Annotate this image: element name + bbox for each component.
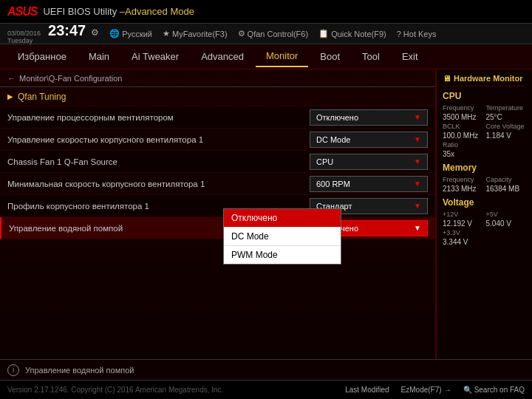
footer-actions: Last Modified EzMode(F7) → 🔍 Search on F… <box>345 386 525 394</box>
title-prefix: UEFI BIOS Utility – <box>43 6 125 17</box>
row-cpu-fan: Управление процессорным вентилятором Отк… <box>0 106 435 129</box>
hw-cpu-grid: Frequency Temperature 3500 MHz 25°C BCLK… <box>443 104 526 158</box>
ezmode-arrow-icon: → <box>444 386 451 394</box>
settings-rows: Управление процессорным вентилятором Отк… <box>0 106 435 239</box>
last-modified-button[interactable]: Last Modified <box>345 386 389 394</box>
tab-izbrannoye[interactable]: Избранное <box>7 47 77 66</box>
v12-label: +12V <box>443 211 483 218</box>
section-heading: ▶ Qfan Tuning <box>0 87 435 106</box>
search-faq-button[interactable]: 🔍 Search on FAQ <box>463 386 525 394</box>
row-chassis-fan-source: Chassis Fan 1 Q-Fan Source CPU ▼ <box>0 151 435 173</box>
row-chassis-fan-profile: Профиль корпусного вентилятора 1 Стандар… <box>0 195 435 217</box>
quicknote-button[interactable]: 📋 Quick Note(F9) <box>318 29 386 38</box>
star-icon: ★ <box>163 29 170 38</box>
nav-tabs: Избранное Main Ai Tweaker Advanced Monit… <box>0 44 532 69</box>
question-icon: ? <box>397 30 401 38</box>
tab-tool[interactable]: Tool <box>352 47 390 66</box>
settings-icon[interactable]: ⚙ <box>91 27 99 38</box>
dropdown-popup: Отключено DC Mode PWM Mode <box>223 208 341 265</box>
tab-monitor[interactable]: Monitor <box>256 46 308 67</box>
tab-boot[interactable]: Boot <box>310 47 350 66</box>
tab-ai-tweaker[interactable]: Ai Tweaker <box>121 47 189 66</box>
main-area: ← Monitor\Q-Fan Configuration ▶ Qfan Tun… <box>0 69 532 359</box>
language-selector[interactable]: 🌐 Русский <box>109 29 152 38</box>
version-text: Version 2.17.1246. Copyright (C) 2016 Am… <box>7 386 223 394</box>
favorite-button[interactable]: ★ MyFavorite(F3) <box>163 29 228 38</box>
row-value-dropdown[interactable]: 600 RPM ▼ <box>310 176 428 192</box>
value-text: 600 RPM <box>316 180 350 188</box>
cpu-freq-value: 3500 MHz <box>443 113 483 121</box>
info-description: Управление водяной помпой <box>25 366 134 375</box>
hw-memory-grid: Frequency Capacity 2133 MHz 16384 MB <box>443 176 526 193</box>
footer: Version 2.17.1246. Copyright (C) 2016 Am… <box>0 380 532 399</box>
search-icon: 🔍 <box>463 386 472 394</box>
search-label: Search on FAQ <box>474 386 525 394</box>
right-panel: 🖥 Hardware Monitor CPU Frequency Tempera… <box>436 69 532 359</box>
dropdown-option-1[interactable]: DC Mode <box>224 228 341 246</box>
chevron-down-icon: ▼ <box>414 180 421 188</box>
row-water-pump: Управление водяной помпой Отключено ▼ <box>0 217 435 239</box>
cpu-temp-label: Temperature <box>486 104 527 112</box>
row-label: Chassis Fan 1 Q-Fan Source <box>7 157 310 166</box>
tab-advanced[interactable]: Advanced <box>191 47 254 66</box>
chevron-down-icon: ▼ <box>414 224 421 232</box>
row-chassis-fan-speed: Управление скоростью корпусного вентилят… <box>0 129 435 151</box>
cpu-temp-value: 25°C <box>486 113 527 121</box>
chevron-down-icon: ▼ <box>414 135 421 143</box>
bottom-info-bar: i Управление водяной помпой <box>0 359 532 380</box>
ezmode-label: EzMode(F7) <box>401 386 442 394</box>
fan-icon: ⚙ <box>238 29 245 38</box>
cpu-voltage-label: Core Voltage <box>486 123 527 130</box>
row-value-dropdown[interactable]: Отключено ▼ <box>310 109 428 126</box>
header-bar: ASUS UEFI BIOS Utility – Advanced Mode <box>0 0 532 24</box>
monitor-icon: 🖥 <box>443 74 451 83</box>
mem-freq-value: 2133 MHz <box>443 185 483 193</box>
datetime-display: 03/08/2016 Tuesday 23:47 ⚙ <box>7 22 99 45</box>
hw-monitor-label: Hardware Monitor <box>454 74 523 83</box>
v33-label: +3.3V <box>443 229 483 236</box>
row-value-dropdown[interactable]: DC Mode ▼ <box>310 132 428 148</box>
day-display: Tuesday <box>7 38 41 45</box>
cpu-freq-label: Frequency <box>443 104 483 112</box>
time-display: 23:47 <box>48 22 86 39</box>
note-icon: 📋 <box>318 29 329 38</box>
row-label: Управление процессорным вентилятором <box>7 113 310 122</box>
ezmode-button[interactable]: EzMode(F7) → <box>401 386 451 394</box>
value-text: Отключено <box>316 113 358 122</box>
breadcrumb-text: Monitor\Q-Fan Configuration <box>19 74 122 83</box>
row-value-dropdown[interactable]: CPU ▼ <box>310 154 428 170</box>
back-arrow-icon[interactable]: ← <box>7 74 16 83</box>
row-label: Минимальная скорость корпусного вентилят… <box>7 180 310 188</box>
v33-value: 3.344 V <box>443 238 483 246</box>
v12-value: 12.192 V <box>443 219 483 228</box>
hw-monitor-title: 🖥 Hardware Monitor <box>443 74 526 86</box>
tab-exit[interactable]: Exit <box>392 47 429 66</box>
hw-voltage-section: Voltage <box>443 197 526 208</box>
v5-label: +5V <box>486 211 527 218</box>
mem-cap-label: Capacity <box>486 176 527 183</box>
breadcrumb: ← Monitor\Q-Fan Configuration <box>0 69 435 87</box>
mem-cap-value: 16384 MB <box>486 185 527 193</box>
title-mode: Advanced Mode <box>125 6 194 17</box>
hw-memory-section: Memory <box>443 163 526 173</box>
info-icon: i <box>7 364 19 376</box>
dropdown-option-0[interactable]: Отключено <box>224 209 341 228</box>
dropdown-option-2[interactable]: PWM Mode <box>224 246 341 264</box>
mem-freq-label: Frequency <box>443 176 483 183</box>
section-expand-icon: ▶ <box>7 92 13 100</box>
cpu-bclk-value: 100.0 MHz <box>443 132 483 140</box>
section-title: Qfan Tuning <box>18 92 66 102</box>
value-text: DC Mode <box>316 135 350 144</box>
chevron-down-icon: ▼ <box>414 202 421 210</box>
hw-cpu-section: CPU <box>443 91 526 101</box>
hotkeys-button[interactable]: ? Hot Keys <box>397 30 437 38</box>
globe-icon: 🌐 <box>109 29 120 38</box>
chevron-down-icon: ▼ <box>414 113 421 121</box>
qfan-button[interactable]: ⚙ Qfan Control(F6) <box>238 29 309 38</box>
tab-main[interactable]: Main <box>78 47 120 66</box>
row-label: Управление скоростью корпусного вентилят… <box>7 135 310 144</box>
last-modified-label: Last Modified <box>345 386 389 394</box>
status-bar: 03/08/2016 Tuesday 23:47 ⚙ 🌐 Русский ★ M… <box>0 24 532 44</box>
cpu-ratio-label: Ratio <box>443 141 483 149</box>
row-chassis-fan-min: Минимальная скорость корпусного вентилят… <box>0 173 435 195</box>
